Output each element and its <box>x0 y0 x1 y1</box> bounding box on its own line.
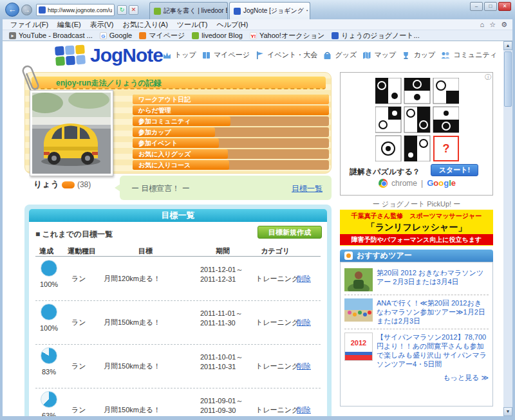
favorite-livedoor[interactable]: livedoor Blog <box>192 32 243 39</box>
banner-line3: 障害予防やパフォーマンス向上に役立ちます <box>340 234 493 245</box>
tour-item[interactable]: ANAで行く！≪第20回 2012おきなわマラソン参加ツアー≫1月2日または2月… <box>344 297 489 327</box>
period: 2011-09-01～2011-09-30 <box>200 396 243 415</box>
tour-item[interactable]: 2012 【サイパンマラソン2012】78,700円より！！あの間寛平さんも参加… <box>344 331 489 370</box>
nav-label: グッズ <box>335 50 357 60</box>
back-button[interactable]: ← <box>5 3 19 17</box>
favorite-label: YouTube - Broadcast ... <box>19 32 93 39</box>
favorite-youtube[interactable]: ▸YouTube - Broadcast ... <box>9 32 93 39</box>
nav-map[interactable]: マップ <box>362 50 396 60</box>
nav-goods[interactable]: グッズ <box>323 50 357 60</box>
close-button[interactable]: ✕ <box>498 2 511 11</box>
home-icon[interactable]: ⌂ <box>480 21 485 29</box>
site-nav: トップ マイページ イベント・大会 グッズ マップ カップ コミュニティ <box>162 50 497 60</box>
delete-link[interactable]: 削除 <box>297 274 311 284</box>
nav-cups[interactable]: カップ <box>401 50 435 60</box>
favorite-mypage[interactable]: マイページ <box>139 31 185 41</box>
menu-bar-label: お気に入りコース <box>133 160 229 170</box>
jognote-icon <box>332 32 339 39</box>
menu-events[interactable]: 参加イベント <box>133 138 329 148</box>
tour-link[interactable]: 第20回 2012 おきなわマラソンツアー 2月3日または3月4日 <box>377 268 489 291</box>
tour-item[interactable]: 第20回 2012 おきなわマラソンツアー 2月3日または3月4日 <box>344 266 489 293</box>
menu-favorite-courses[interactable]: お気に入りコース <box>133 160 329 170</box>
sport: ラン <box>71 274 86 284</box>
scroll-down-arrow[interactable]: ▼ <box>503 407 512 416</box>
col-achievement: 達成 <box>39 246 53 256</box>
menu-communities[interactable]: 参加コミュニティ <box>133 116 329 126</box>
pickup-title: ー ジョグノート PickUp! ー <box>340 199 493 209</box>
star-icon[interactable]: ☆ <box>489 21 496 29</box>
yahoo-icon: Y! <box>250 32 257 39</box>
page-content: JogNote トップ マイページ イベント・大会 グッズ マップ カップ コミ… <box>3 41 503 416</box>
nav-top[interactable]: トップ <box>162 50 196 60</box>
mypage-icon <box>201 51 211 60</box>
favorite-google[interactable]: GGoogle <box>100 32 132 39</box>
menu-favorite-goods[interactable]: お気に入りグッズ <box>133 149 329 159</box>
goals-panel-title: 目標一覧 <box>29 209 327 222</box>
nav-label: コミュニティ <box>453 50 497 60</box>
menu-view[interactable]: 表示(V) <box>86 20 118 30</box>
period-from: 2011-09-01～ <box>200 397 243 405</box>
stop-button[interactable]: ✕ <box>129 5 138 15</box>
nav-community[interactable]: コミュニティ <box>440 50 497 60</box>
menu-workout-diary[interactable]: ワークアウト日記 <box>133 95 329 104</box>
tab-livedoor[interactable]: 記事を書く | livedoor Blog <box>149 2 228 19</box>
vertical-scrollbar[interactable]: ▲ ▼ <box>503 41 512 416</box>
nav-mypage[interactable]: マイページ <box>201 50 250 60</box>
more-tours-link[interactable]: もっと見る ≫ <box>344 373 489 383</box>
delete-link[interactable]: 削除 <box>297 361 311 371</box>
nav-label: トップ <box>174 50 196 60</box>
period-from: 2011-10-01～ <box>200 353 243 361</box>
goal-text: 月間150km走る！ <box>104 405 160 415</box>
mypage-icon <box>139 32 146 39</box>
menu-favorites[interactable]: お気に入り(A) <box>118 20 171 30</box>
favorite-yahoo[interactable]: Y!Yahoo!オークション <box>250 31 324 41</box>
menu-help[interactable]: ヘルプ(H) <box>212 20 252 30</box>
start-button[interactable]: スタート! <box>431 164 478 176</box>
menu-cups[interactable]: 参加カップ <box>133 127 329 137</box>
command-bar: ⌂ ☆ ⚙ <box>480 21 507 29</box>
username: りょう <box>33 179 59 190</box>
refresh-button[interactable]: ↻ <box>117 5 127 15</box>
ad-info-icon[interactable]: ⓘ <box>485 73 491 82</box>
goal-list-link[interactable]: 目標一覧 <box>292 183 323 194</box>
favorite-label: マイページ <box>149 31 185 41</box>
new-goal-button[interactable]: 目標新規作成 <box>258 226 322 239</box>
goal-row: 100% ラン 月間120km走る！ 2011-12-01～2011-12-31… <box>35 257 321 301</box>
browser-window: ← → ↻ ✕ 記事を書く | livedoor Blog JogNote [ジ… <box>0 0 515 420</box>
sport: ラン <box>71 405 86 415</box>
minimize-button[interactable]: – <box>470 2 483 11</box>
tools-icon[interactable]: ⚙ <box>501 21 507 29</box>
menu-file[interactable]: ファイル(F) <box>6 20 52 30</box>
maximize-button[interactable]: □ <box>484 2 497 11</box>
menu-tools[interactable]: ツール(T) <box>173 20 212 30</box>
favorite-label: Google <box>109 32 132 39</box>
menu-body-management[interactable]: からだ管理 <box>133 105 329 115</box>
period: 2011-10-01～2011-10-31 <box>200 352 243 372</box>
delete-link[interactable]: 削除 <box>297 405 311 415</box>
tours-box: 第20回 2012 おきなわマラソンツアー 2月3日または3月4日 ANAで行く… <box>340 262 493 406</box>
tour-link[interactable]: 【サイパンマラソン2012】78,700円より！！あの間寛平さんも参加で楽しみも… <box>377 333 489 369</box>
scrollbar-thumb[interactable] <box>504 51 512 107</box>
pickup-banner[interactable]: 千葉真子さん監修 スポーツマッサージャー 「ランリフレッシャー」 障害予防やパフ… <box>340 210 493 246</box>
forward-button[interactable]: → <box>21 5 32 15</box>
browser-titlebar: ← → ↻ ✕ 記事を書く | livedoor Blog JogNote [ジ… <box>0 0 515 19</box>
divider <box>344 329 489 329</box>
delete-link[interactable]: 削除 <box>297 318 311 327</box>
window-controls: – □ ✕ <box>470 2 511 11</box>
address-input[interactable] <box>48 7 112 14</box>
goal-row: 63% ラン 月間150km走る！ 2011-09-01～2011-09-30 … <box>35 388 321 416</box>
jognote-logo[interactable]: JogNote <box>55 44 163 66</box>
community-icon <box>440 51 451 60</box>
address-bar[interactable] <box>36 4 115 16</box>
nav-events[interactable]: イベント・大会 <box>255 50 317 60</box>
goal-declaration-bubble: ー 目標宣言！ ー 目標一覧 <box>120 176 332 200</box>
favorite-jognote[interactable]: りょうのジョグノート... <box>332 31 420 41</box>
mystery-tile[interactable]: ? <box>433 136 459 161</box>
window-bottom-border <box>0 416 515 420</box>
scroll-up-arrow[interactable]: ▲ <box>503 41 512 50</box>
menu-edit[interactable]: 編集(E) <box>53 20 85 30</box>
puzzle-ad[interactable]: ⓘ ? 謎解きパズルする？ スタート! chrome | <box>340 72 493 196</box>
sport: ラン <box>71 318 86 327</box>
tab-jognote[interactable]: JogNote [ジョギング・マ... ✕ <box>229 2 310 19</box>
tour-link[interactable]: ANAで行く！≪第20回 2012おきなわマラソン参加ツアー≫1月2日または2月… <box>377 298 489 325</box>
